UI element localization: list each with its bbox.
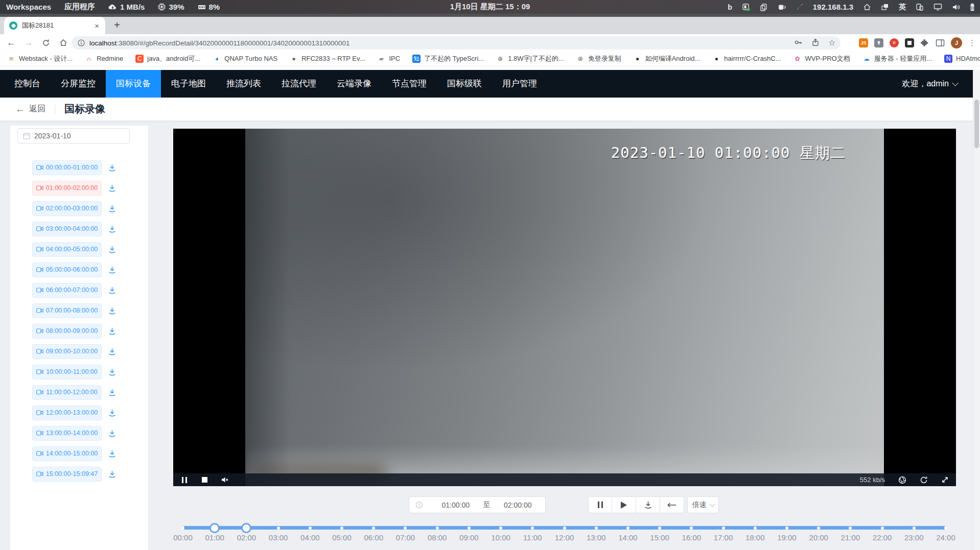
windows-stack-icon[interactable] bbox=[881, 3, 889, 11]
bookmark-item[interactable]: ☁服务器 - 轻量应用... bbox=[862, 54, 932, 63]
clipboard-icon[interactable] bbox=[760, 3, 767, 11]
scrollbar-thumb[interactable] bbox=[974, 100, 979, 148]
player-mute-icon[interactable] bbox=[221, 476, 229, 483]
timeline-track[interactable] bbox=[183, 526, 946, 530]
side-panel-icon[interactable] bbox=[936, 39, 945, 47]
segment-download-icon[interactable] bbox=[108, 429, 116, 438]
segment-download-icon[interactable] bbox=[108, 409, 116, 417]
tool-pen-icon[interactable] bbox=[796, 3, 803, 11]
nav-tab-1[interactable]: 控制台 bbox=[4, 70, 51, 98]
play-button[interactable] bbox=[612, 496, 636, 513]
start-time-value[interactable]: 01:00:00 bbox=[428, 501, 483, 509]
app-indicator-icon[interactable] bbox=[742, 3, 750, 11]
input-method-indicator[interactable]: 英 bbox=[899, 3, 906, 12]
nav-tab-2[interactable]: 分屏监控 bbox=[51, 70, 106, 98]
bookmark-item[interactable]: 知了不起的 TypeScri... bbox=[412, 54, 484, 63]
bookmark-item[interactable]: ●RFC2833 – RTP Ev... bbox=[290, 55, 365, 63]
segment-button[interactable]: 12:00:00-13:00:00 bbox=[32, 405, 102, 420]
extension-js-icon[interactable]: JS bbox=[859, 38, 868, 47]
segment-button[interactable]: 03:00:00-04:00:00 bbox=[32, 222, 102, 236]
extensions-puzzle-icon[interactable] bbox=[920, 38, 929, 47]
player-pause-icon[interactable] bbox=[182, 477, 187, 483]
video-player[interactable]: 2023-01-10 01:00:00 星期二 552 kb/s bbox=[173, 129, 956, 486]
browser-tab[interactable]: 国标28181 × bbox=[4, 17, 105, 34]
segment-download-icon[interactable] bbox=[108, 163, 116, 172]
page-scrollbar[interactable] bbox=[973, 70, 980, 550]
bookmark-item[interactable]: ✿WVP-PRO文档 bbox=[794, 54, 850, 63]
segment-download-icon[interactable] bbox=[108, 225, 116, 233]
nav-tab-9[interactable]: 国标级联 bbox=[437, 70, 492, 98]
speed-select[interactable]: 倍速 bbox=[687, 496, 719, 513]
nav-tab-3[interactable]: 国标设备 bbox=[106, 70, 161, 98]
segment-button[interactable]: 05:00:00-06:00:00 bbox=[32, 262, 102, 277]
bookmark-star-icon[interactable]: ☆ bbox=[828, 38, 838, 47]
segment-button[interactable]: 08:00:00-09:00:00 bbox=[32, 324, 102, 339]
ip-address[interactable]: 192.168.1.3 bbox=[813, 3, 853, 11]
seek-back-button[interactable] bbox=[660, 496, 684, 513]
nav-tab-6[interactable]: 拉流代理 bbox=[271, 70, 326, 98]
segment-download-icon[interactable] bbox=[108, 327, 116, 336]
segment-button[interactable]: 06:00:00-07:00:00 bbox=[32, 283, 102, 298]
tab-close-icon[interactable]: × bbox=[94, 21, 100, 30]
passkey-icon[interactable] bbox=[794, 38, 803, 47]
home-icon[interactable] bbox=[863, 3, 871, 11]
bookmark-item[interactable]: Cjava、android可... bbox=[135, 54, 200, 63]
fullscreen-icon[interactable] bbox=[941, 476, 949, 484]
segment-download-icon[interactable] bbox=[108, 368, 116, 376]
bookmark-item[interactable]: ≋Webstack - 设计... bbox=[7, 54, 73, 63]
applications-button[interactable]: 应用程序 bbox=[64, 2, 95, 12]
segment-download-icon[interactable] bbox=[108, 449, 116, 458]
workspaces-button[interactable]: Workspaces bbox=[6, 3, 51, 11]
address-bar[interactable]: localhost:38080/#/gbRecordDetail/3402000… bbox=[72, 36, 841, 50]
new-tab-button[interactable]: + bbox=[110, 18, 124, 32]
display-icon[interactable] bbox=[934, 3, 942, 11]
date-picker-input[interactable]: 2023-01-10 bbox=[17, 128, 130, 144]
forward-button[interactable]: → bbox=[21, 34, 36, 51]
segment-download-icon[interactable] bbox=[108, 388, 116, 397]
site-info-icon[interactable] bbox=[78, 39, 85, 46]
browser-menu-icon[interactable]: ⋮ bbox=[968, 38, 976, 47]
home-button[interactable] bbox=[56, 34, 71, 51]
pause-button[interactable] bbox=[588, 496, 612, 513]
segment-download-icon[interactable] bbox=[108, 470, 116, 479]
bookmark-item[interactable]: ⊕免登录复制 bbox=[576, 54, 621, 63]
nav-tab-8[interactable]: 节点管理 bbox=[382, 70, 437, 98]
back-button[interactable]: ← bbox=[4, 34, 18, 51]
share-icon[interactable] bbox=[811, 38, 821, 47]
segment-download-icon[interactable] bbox=[108, 347, 116, 356]
snapshot-shutter-icon[interactable] bbox=[898, 476, 906, 484]
extension-password-icon[interactable] bbox=[874, 38, 883, 47]
segment-button[interactable]: 07:00:00-08:00:00 bbox=[32, 303, 102, 318]
nav-tab-7[interactable]: 云端录像 bbox=[326, 70, 382, 98]
player-stop-icon[interactable] bbox=[202, 477, 207, 483]
segment-button[interactable]: 11:00:00-12:00:00 bbox=[32, 385, 102, 400]
segment-button[interactable]: 09:00:00-10:00:00 bbox=[32, 344, 102, 359]
segment-button[interactable]: 10:00:00-11:00:00 bbox=[32, 365, 102, 379]
clock[interactable]: 1月10日 星期二 15：09 bbox=[450, 2, 530, 12]
bookmark-item[interactable]: ●如何编译Android... bbox=[634, 54, 701, 63]
nav-tab-5[interactable]: 推流列表 bbox=[216, 70, 271, 98]
bookmarks-overflow-icon[interactable]: » bbox=[970, 0, 975, 15]
bookmark-item[interactable]: ●hairrrrr/C-CrashC... bbox=[712, 55, 781, 63]
back-arrow-icon[interactable]: ← bbox=[15, 104, 25, 115]
segment-download-icon[interactable] bbox=[108, 306, 116, 315]
extension-blocker-icon[interactable]: ✕ bbox=[890, 38, 899, 47]
segment-download-icon[interactable] bbox=[108, 286, 116, 295]
bookmark-item[interactable]: NHDAtmos :: 种子 "... bbox=[944, 54, 980, 63]
back-link[interactable]: 返回 bbox=[29, 104, 45, 114]
time-range-picker[interactable]: 01:00:00 至 02:00:00 bbox=[409, 496, 546, 513]
bookmark-item[interactable]: ◕QNAP Turbo NAS bbox=[213, 55, 277, 63]
nav-tab-4[interactable]: 电子地图 bbox=[161, 70, 216, 98]
extension-recorder-icon[interactable] bbox=[905, 38, 914, 47]
segment-download-icon[interactable] bbox=[108, 245, 116, 254]
segment-button[interactable]: 01:00:00-02:00:00 bbox=[32, 181, 102, 196]
volume-icon[interactable] bbox=[952, 4, 960, 11]
coffee-icon[interactable] bbox=[777, 3, 786, 11]
bookmark-item[interactable]: ⊕1.8W字|了不起的... bbox=[496, 54, 564, 63]
profile-avatar[interactable]: J bbox=[951, 37, 962, 49]
nav-tab-10[interactable]: 用户管理 bbox=[492, 70, 547, 98]
segment-button[interactable]: 04:00:00-05:00:00 bbox=[32, 242, 102, 257]
segment-button[interactable]: 14:00:00-15:00:00 bbox=[32, 446, 102, 461]
launcher-icon[interactable]: b bbox=[728, 3, 732, 11]
segment-button[interactable]: 00:00:00-01:00:00 bbox=[32, 160, 102, 175]
